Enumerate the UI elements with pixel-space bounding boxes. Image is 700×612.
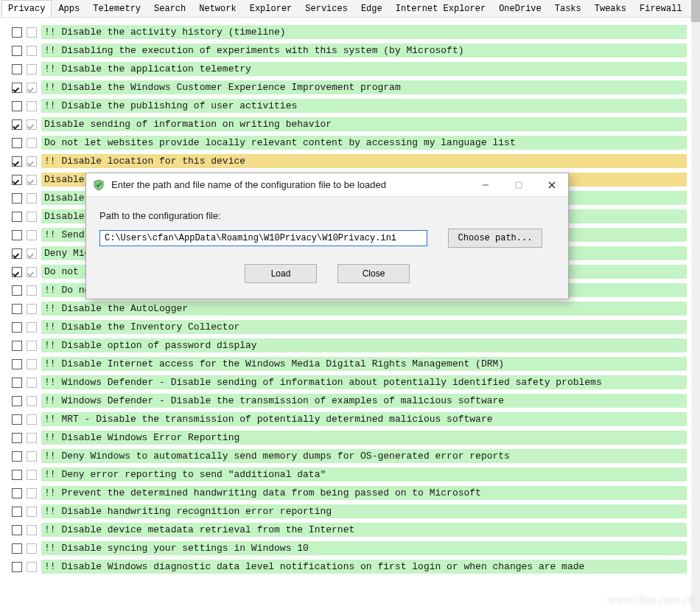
setting-checkbox-1[interactable]: [12, 525, 22, 535]
setting-row: !! Disable syncing your settings in Wind…: [12, 541, 687, 555]
setting-checkbox-2[interactable]: [27, 212, 37, 222]
main-window: PrivacyAppsTelemetrySearchNetworkExplore…: [0, 0, 691, 612]
config-path-input[interactable]: [99, 230, 427, 246]
setting-checkbox-2[interactable]: [27, 101, 37, 111]
setting-checkbox-2[interactable]: [27, 156, 37, 167]
setting-checkbox-2[interactable]: [27, 46, 37, 56]
setting-checkbox-2[interactable]: [27, 27, 37, 38]
setting-checkbox-1[interactable]: [12, 304, 22, 314]
setting-checkbox-1[interactable]: [12, 543, 22, 554]
tab-tasks[interactable]: Tasks: [548, 0, 588, 17]
setting-checkbox-2[interactable]: [27, 378, 37, 388]
setting-checkbox-2[interactable]: [27, 525, 37, 535]
setting-checkbox-1[interactable]: [12, 46, 22, 56]
tab-explorer[interactable]: Explorer: [243, 0, 299, 17]
setting-checkbox-1[interactable]: [12, 414, 22, 425]
setting-checkbox-2[interactable]: [27, 230, 37, 240]
close-button[interactable]: [535, 173, 568, 197]
setting-checkbox-1[interactable]: [12, 138, 22, 148]
setting-label: !! Deny Windows to automatically send me…: [41, 449, 687, 463]
setting-checkbox-2[interactable]: [27, 507, 37, 517]
setting-checkbox-2[interactable]: [27, 359, 37, 369]
tab-apps[interactable]: Apps: [52, 0, 86, 17]
setting-checkbox-1[interactable]: [12, 156, 22, 167]
setting-checkbox-1[interactable]: [12, 562, 22, 572]
setting-checkbox-1[interactable]: [12, 359, 22, 369]
setting-checkbox-2[interactable]: [27, 304, 37, 314]
setting-checkbox-1[interactable]: [12, 285, 22, 296]
setting-label: !! Disable Windows Error Reporting: [41, 431, 687, 445]
setting-row: !! Disable Windows diagnostic data level…: [12, 560, 687, 574]
setting-checkbox-1[interactable]: [12, 470, 22, 480]
setting-checkbox-2[interactable]: [27, 543, 37, 554]
setting-label: !! MRT - Disable the transmission of pot…: [41, 412, 687, 426]
setting-row: !! Disable the AutoLogger: [12, 302, 687, 316]
setting-checkbox-1[interactable]: [12, 193, 22, 204]
setting-checkbox-2[interactable]: [27, 119, 37, 130]
tab-services[interactable]: Services: [298, 0, 354, 17]
setting-checkbox-2[interactable]: [27, 193, 37, 204]
setting-checkbox-1[interactable]: [12, 378, 22, 388]
setting-checkbox-1[interactable]: [12, 488, 22, 498]
setting-checkbox-2[interactable]: [27, 138, 37, 148]
setting-label: Do not let websites provide locally rele…: [41, 136, 687, 150]
choose-path-button[interactable]: Choose path...: [448, 229, 542, 248]
tab-firewall[interactable]: Firewall: [633, 0, 689, 17]
setting-checkbox-1[interactable]: [12, 119, 22, 130]
close-dialog-button[interactable]: Close: [337, 264, 410, 283]
scrollbar-thumb[interactable]: [691, 0, 700, 22]
setting-checkbox-2[interactable]: [27, 414, 37, 425]
setting-checkbox-1[interactable]: [12, 248, 22, 259]
setting-checkbox-1[interactable]: [12, 396, 22, 406]
setting-row: !! Disable the activity history (timelin…: [12, 25, 687, 39]
setting-checkbox-2[interactable]: [27, 83, 37, 93]
setting-checkbox-2[interactable]: [27, 396, 37, 406]
setting-checkbox-2[interactable]: [27, 341, 37, 351]
maximize-button[interactable]: [502, 173, 535, 197]
setting-checkbox-1[interactable]: [12, 451, 22, 462]
setting-checkbox-1[interactable]: [12, 175, 22, 185]
tab-telemetry[interactable]: Telemetry: [86, 0, 147, 17]
setting-checkbox-2[interactable]: [27, 175, 37, 185]
setting-checkbox-1[interactable]: [12, 27, 22, 38]
setting-checkbox-2[interactable]: [27, 470, 37, 480]
tab-bar: PrivacyAppsTelemetrySearchNetworkExplore…: [0, 0, 691, 18]
tab-tweaks[interactable]: Tweaks: [588, 0, 633, 17]
setting-label: !! Disable syncing your settings in Wind…: [41, 541, 687, 555]
setting-checkbox-2[interactable]: [27, 248, 37, 259]
setting-checkbox-2[interactable]: [27, 64, 37, 74]
vertical-scrollbar[interactable]: [691, 0, 700, 612]
setting-label: !! Windows Defender - Disable sending of…: [41, 375, 687, 389]
setting-checkbox-1[interactable]: [12, 322, 22, 333]
setting-checkbox-2[interactable]: [27, 285, 37, 296]
setting-label: !! Disable device metadata retrieval fro…: [41, 523, 687, 537]
dialog-title: Enter the path and file name of the conf…: [111, 179, 469, 190]
tab-edge[interactable]: Edge: [354, 0, 389, 17]
setting-checkbox-1[interactable]: [12, 64, 22, 74]
setting-checkbox-1[interactable]: [12, 507, 22, 517]
tab-internet-explorer[interactable]: Internet Explorer: [389, 0, 492, 17]
setting-checkbox-2[interactable]: [27, 562, 37, 572]
setting-checkbox-1[interactable]: [12, 341, 22, 351]
setting-checkbox-2[interactable]: [27, 433, 37, 443]
setting-checkbox-2[interactable]: [27, 488, 37, 498]
tab-network[interactable]: Network: [192, 0, 242, 17]
setting-checkbox-1[interactable]: [12, 267, 22, 277]
setting-row: !! Prevent the determined handwriting da…: [12, 486, 687, 500]
tab-search[interactable]: Search: [147, 0, 192, 17]
setting-checkbox-2[interactable]: [27, 322, 37, 333]
setting-label: Disable sending of information on writin…: [41, 117, 687, 131]
setting-label: !! Disable handwriting recognition error…: [41, 504, 687, 518]
minimize-button[interactable]: [469, 173, 502, 197]
setting-checkbox-1[interactable]: [12, 433, 22, 443]
setting-checkbox-2[interactable]: [27, 451, 37, 462]
tab-onedrive[interactable]: OneDrive: [492, 0, 548, 17]
tab-privacy[interactable]: Privacy: [1, 0, 52, 17]
setting-checkbox-1[interactable]: [12, 212, 22, 222]
setting-checkbox-1[interactable]: [12, 83, 22, 93]
setting-checkbox-1[interactable]: [12, 230, 22, 240]
setting-checkbox-2[interactable]: [27, 267, 37, 277]
setting-checkbox-1[interactable]: [12, 101, 22, 111]
load-button[interactable]: Load: [245, 264, 317, 283]
setting-row: !! Disable device metadata retrieval fro…: [12, 523, 687, 537]
